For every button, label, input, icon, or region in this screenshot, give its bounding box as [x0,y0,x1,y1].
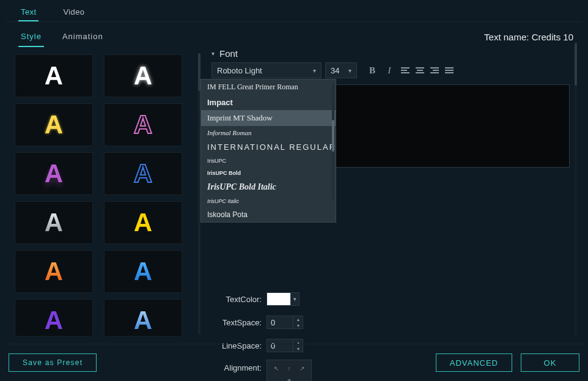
bottom-bar: Save as Preset ADVANCED OK [0,344,588,381]
font-section-header[interactable]: ▾ Font [211,48,570,59]
advanced-button[interactable]: ADVANCED [436,353,512,372]
textcolor-label: TextColor: [211,295,262,304]
subtab-style[interactable]: Style [18,27,44,47]
chevron-down-icon: ▾ [313,67,316,74]
style-swatch[interactable]: A [15,201,93,244]
style-swatch[interactable]: A [104,152,182,195]
main-area: AAAAAAAAAAAA ▾ Font Roboto Light ▾ 34 ▾ … [0,47,588,346]
font-size-select[interactable]: 34 ▾ [325,62,357,78]
textspace-input[interactable] [267,316,293,328]
style-grid: AAAAAAAAAAAA [12,52,196,336]
style-swatch[interactable]: A [104,54,182,97]
font-option[interactable]: IrisUPC [201,155,336,167]
subtabs: Style Animation [18,27,106,47]
style-sample-glyph: A [45,112,63,138]
dropdown-scrollbar[interactable] [332,83,334,199]
font-family-select[interactable]: Roboto Light ▾ [211,62,322,78]
font-option[interactable]: Imprint MT Shadow [201,110,336,126]
style-sample-glyph: A [134,259,152,284]
style-swatch[interactable]: A [104,103,182,146]
style-swatch[interactable]: A [15,299,93,336]
tab-video[interactable]: Video [61,4,87,21]
align-center-icon[interactable] [416,67,424,73]
subtab-animation[interactable]: Animation [60,27,106,47]
align-left-icon[interactable] [401,67,410,73]
chevron-down-icon: ▾ [348,67,351,74]
style-sample-glyph: A [134,210,152,235]
format-buttons: B I [367,65,454,76]
style-sample-glyph: A [134,112,152,138]
right-panel-scrollbar[interactable] [575,43,577,336]
style-sample-glyph: A [45,210,63,235]
font-option[interactable]: Impact [201,95,336,110]
style-swatch[interactable]: A [104,201,182,244]
text-name-label: Text name: Credits 10 [484,32,573,42]
textcolor-picker[interactable]: ▾ [266,292,300,306]
font-option[interactable]: IrisUPC Italic [201,195,336,207]
font-option[interactable]: IrisUPC Bold Italic [201,179,336,195]
style-sample-glyph: A [45,63,63,89]
font-dropdown-list: IM FELL Great Primer RomanImpactImprint … [200,79,336,223]
style-swatch[interactable]: A [15,103,93,146]
font-option[interactable]: IM FELL Great Primer Roman [201,80,336,95]
style-swatch[interactable]: A [104,299,182,336]
chevron-down-icon: ▾ [211,50,215,57]
italic-button[interactable]: I [384,65,395,76]
align-justify-icon[interactable] [445,67,454,73]
secondary-row: Style Animation Text name: Credits 10 [0,22,588,47]
style-swatch[interactable]: A [15,152,93,195]
font-option[interactable]: IrisUPC Bold [201,167,336,179]
ok-button[interactable]: OK [521,353,579,372]
style-sample-glyph: A [45,259,63,284]
style-sample-glyph: A [45,308,63,333]
style-swatch[interactable]: A [104,250,182,293]
right-panel: ▾ Font Roboto Light ▾ 34 ▾ B I [200,47,582,346]
style-sample-glyph: A [45,161,63,187]
style-sample-glyph: A [134,161,152,187]
spinner-up-icon[interactable]: ▴ [293,316,303,322]
font-option[interactable]: Informal Roman [201,126,336,139]
top-tabs: Text Video [0,0,588,21]
tab-text[interactable]: Text [18,4,39,21]
style-swatch[interactable]: A [15,54,93,97]
style-sample-glyph: A [134,308,152,333]
spinner-down-icon[interactable]: ▾ [293,322,303,328]
style-swatch[interactable]: A [15,250,93,293]
style-sample-glyph: A [134,63,152,89]
textspace-label: TextSpace: [211,318,262,327]
font-toolbar: Roboto Light ▾ 34 ▾ B I [211,62,570,78]
font-option[interactable]: INTERNATIONAL REGULAR [201,139,336,155]
bold-button[interactable]: B [367,65,378,76]
save-as-preset-button[interactable]: Save as Preset [9,353,97,372]
chevron-down-icon[interactable]: ▾ [290,293,299,305]
textspace-spinner[interactable]: ▴▾ [266,316,303,329]
color-swatch [267,293,290,305]
font-section-title: Font [219,48,238,59]
align-right-icon[interactable] [430,67,439,73]
font-option[interactable]: Iskoola Pota [201,207,336,222]
